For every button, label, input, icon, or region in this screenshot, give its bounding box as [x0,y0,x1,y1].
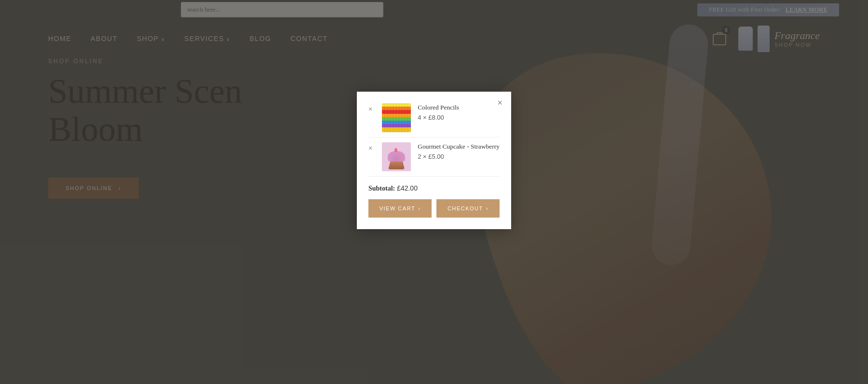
item-1-price: 4 × £8.00 [418,114,500,121]
cart-actions: VIEW CART › CHECKOUT › [368,199,500,218]
subtotal-value: £42.00 [397,184,418,192]
checkout-button[interactable]: CHECKOUT › [436,199,500,218]
item-2-price: 2 × £5.00 [418,153,500,160]
item-1-thumbnail [382,103,411,132]
remove-item-1-button[interactable]: × [368,104,375,114]
cart-modal: × × Colored Pencils 4 × £8.00 × Gourmet … [357,92,511,229]
cart-item: × Colored Pencils 4 × £8.00 [368,103,500,137]
cupcake-image [382,142,411,171]
checkout-label: CHECKOUT [448,206,483,211]
item-1-name: Colored Pencils [418,103,500,112]
item-2-thumbnail [382,142,411,171]
cupcake-shape [388,151,405,169]
view-cart-button[interactable]: VIEW CART › [368,199,432,218]
view-cart-label: VIEW CART [380,206,415,211]
cupcake-top [388,151,405,162]
item-2-info: Gourmet Cupcake - Strawberry 2 × £5.00 [418,142,500,160]
remove-item-2-button[interactable]: × [368,143,375,153]
view-cart-arrow: › [418,206,420,211]
cart-subtotal: Subtotal: £42.00 [368,177,500,199]
subtotal-label: Subtotal: [368,185,395,192]
item-1-info: Colored Pencils 4 × £8.00 [418,103,500,121]
checkout-arrow: › [486,206,488,211]
pencils-image [382,103,411,132]
cart-item: × Gourmet Cupcake - Strawberry 2 × £5.00 [368,137,500,177]
cupcake-base [388,162,405,169]
item-2-name: Gourmet Cupcake - Strawberry [418,142,500,151]
